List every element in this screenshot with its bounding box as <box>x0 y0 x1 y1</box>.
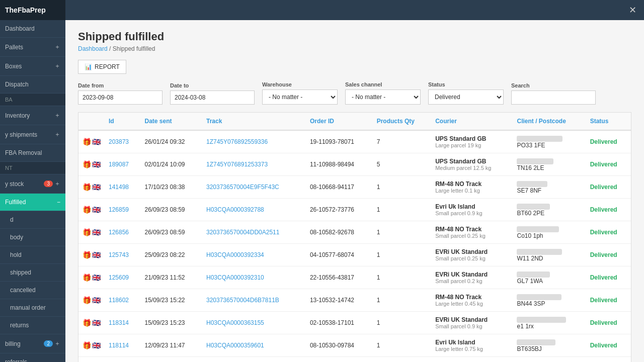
col-header-track[interactable]: Track <box>202 113 306 130</box>
search-input[interactable] <box>511 90 596 105</box>
sidebar-item-dashboard[interactable]: Dashboard <box>0 20 65 38</box>
sidebar-item-ny-stock[interactable]: y stock 3 ＋ <box>0 174 65 194</box>
sidebar-item-inventory[interactable]: Inventory ＋ <box>0 106 65 125</box>
sidebar-item-body[interactable]: body <box>0 229 65 246</box>
sales-channel-select[interactable]: - No matter - <box>345 89 421 105</box>
sidebar-item-cancelled[interactable]: cancelled <box>0 282 65 299</box>
date-from-input[interactable] <box>78 90 163 105</box>
row-track[interactable]: 1Z745Y076892559336 <box>202 130 306 153</box>
row-track[interactable]: 3203736570004DD0A2511 <box>202 221 306 244</box>
row-id[interactable]: 126859 <box>105 199 140 221</box>
id-link[interactable]: 189087 <box>109 161 129 168</box>
sidebar-item-dispatch[interactable]: Dispatch <box>0 76 65 94</box>
row-track[interactable]: 3203736570004E9F5F43C <box>202 176 306 199</box>
col-header-date-sent[interactable]: Date sent <box>140 113 202 130</box>
id-link[interactable]: 126859 <box>109 206 129 213</box>
client-name-blurred <box>517 181 547 187</box>
row-date-sent: 02/01/24 10:09 <box>140 153 202 176</box>
id-link[interactable]: 118314 <box>109 319 129 326</box>
row-track[interactable]: H03CQA0000359601 <box>202 334 306 357</box>
sidebar-item-boxes[interactable]: Boxes ＋ <box>0 57 65 76</box>
warehouse-select[interactable]: - No matter - <box>262 89 338 105</box>
row-id[interactable]: 125743 <box>105 244 140 266</box>
track-link[interactable]: 1Z745Y076891253373 <box>206 161 268 168</box>
row-id[interactable]: 118602 <box>105 289 140 312</box>
id-link[interactable]: 141498 <box>109 184 129 191</box>
row-id[interactable]: 118314 <box>105 312 140 334</box>
sidebar-item-referrals[interactable]: referrals <box>0 353 65 362</box>
gift-icon: 🎁 <box>83 228 91 236</box>
close-icon[interactable]: ✕ <box>629 5 636 16</box>
id-link[interactable]: 125743 <box>109 251 129 258</box>
filter-search: Search <box>511 82 596 105</box>
id-link[interactable]: 118602 <box>109 297 129 304</box>
row-courier: Evri Uk IslandLarge letter 0.75 kg <box>431 334 513 357</box>
report-button[interactable]: 📊 REPORT <box>78 60 126 74</box>
row-track[interactable]: 1Z745Y076891253373 <box>202 153 306 176</box>
col-header-client-postcode[interactable]: Client / Postcode <box>513 113 586 130</box>
status-select[interactable]: Delivered <box>428 89 504 105</box>
flag-icon: 🇬🇧 <box>92 319 101 327</box>
col-header-courier[interactable]: Courier <box>431 113 513 130</box>
row-id[interactable]: 118108 <box>105 357 140 363</box>
courier-size: Large letter 0.45 kg <box>435 301 509 307</box>
col-header-order-id[interactable]: Order ID <box>306 113 373 130</box>
date-to-input[interactable] <box>170 90 255 105</box>
track-link[interactable]: H03CQA0000363155 <box>206 319 264 326</box>
col-header-id[interactable]: Id <box>105 113 140 130</box>
row-id[interactable]: 141498 <box>105 176 140 199</box>
row-track[interactable]: H03CQA0000392334 <box>202 244 306 266</box>
row-qty: 7 <box>373 130 432 153</box>
id-link[interactable]: 126856 <box>109 229 129 236</box>
sidebar-item-fulfilled[interactable]: Fulfilled − <box>0 194 65 211</box>
plus-icon: ＋ <box>54 111 60 120</box>
sidebar-item-returns[interactable]: returns <box>0 317 65 334</box>
sidebar-item-hold[interactable]: hold <box>0 246 65 264</box>
track-link[interactable]: H03CQA0000392334 <box>206 251 264 258</box>
row-qty: 1 <box>373 244 432 266</box>
track-link[interactable]: H03CQA0000392310 <box>206 274 264 281</box>
col-header-products-qty[interactable]: Products Qty <box>373 113 432 130</box>
sidebar-item-shipped[interactable]: shipped <box>0 264 65 282</box>
row-track[interactable]: H03CQA0000392310 <box>202 266 306 289</box>
sidebar-item-manual-order[interactable]: manual order <box>0 299 65 317</box>
row-track[interactable]: 3203736570004D6B7811B <box>202 289 306 312</box>
id-link[interactable]: 125609 <box>109 274 129 281</box>
row-client-postcode: GL7 1WA <box>513 266 586 289</box>
track-link[interactable]: H03CQA0000392788 <box>206 206 264 213</box>
track-link[interactable]: 1Z745Y076892559336 <box>206 138 268 145</box>
row-id[interactable]: 126856 <box>105 221 140 244</box>
row-id[interactable]: 118114 <box>105 334 140 357</box>
sidebar-item-pallets[interactable]: Pallets ＋ <box>0 38 65 57</box>
page-title: Shipped fulfilled <box>78 30 631 43</box>
sidebar-item-billing[interactable]: billing 2 ＋ <box>0 334 65 353</box>
id-link[interactable]: 118114 <box>109 342 129 349</box>
id-link[interactable]: 203873 <box>109 138 129 145</box>
row-id[interactable]: 203873 <box>105 130 140 153</box>
row-client-postcode: e1 1rx <box>513 312 586 334</box>
row-status: Delivered <box>586 357 631 363</box>
plus-icon: ＋ <box>54 130 60 139</box>
row-track[interactable]: H03CQA0000359891 <box>202 357 306 363</box>
row-id[interactable]: 189087 <box>105 153 140 176</box>
track-link[interactable]: H03CQA0000359601 <box>206 342 264 349</box>
postcode: W11 2ND <box>517 255 582 262</box>
track-link[interactable]: 3203736570004DD0A2511 <box>206 229 279 236</box>
row-track[interactable]: H03CQA0000363155 <box>202 312 306 334</box>
breadcrumb-home[interactable]: Dashboard <box>78 45 108 52</box>
status-badge: Delivered <box>590 342 617 349</box>
row-track[interactable]: H03CQA0000392788 <box>202 199 306 221</box>
track-link[interactable]: 3203736570004E9F5F43C <box>206 184 279 191</box>
row-qty: 1 <box>373 357 432 363</box>
courier-name: EVRi UK Standard <box>435 248 509 255</box>
sidebar-item-d[interactable]: d <box>0 211 65 229</box>
sidebar-item-fba-removal[interactable]: FBA Removal <box>0 144 65 162</box>
flag-icon: 🇬🇧 <box>92 160 101 168</box>
table-row: 🎁🇬🇧12685926/09/23 08:59H03CQA00003927882… <box>78 199 631 221</box>
col-header-status[interactable]: Status <box>586 113 631 130</box>
row-id[interactable]: 125609 <box>105 266 140 289</box>
row-date-sent: 26/09/23 08:59 <box>140 221 202 244</box>
row-status: Delivered <box>586 153 631 176</box>
sidebar-item-shipments[interactable]: y shipments ＋ <box>0 125 65 144</box>
track-link[interactable]: 3203736570004D6B7811B <box>206 297 279 304</box>
